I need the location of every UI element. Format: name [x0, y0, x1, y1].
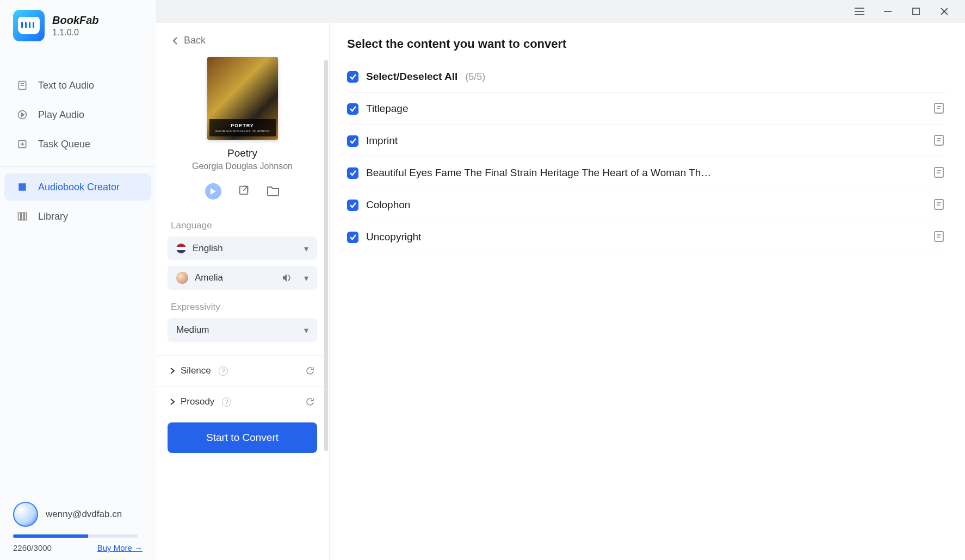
svg-line-20 [243, 186, 248, 191]
logo-block: BookFab 1.1.0.0 [0, 0, 156, 53]
cover-author: GEORGIA DOUGLAS JOHNSON [215, 129, 270, 133]
chapter-checkbox[interactable] [347, 135, 358, 147]
chapter-heading: Select the content you want to convert [347, 37, 945, 51]
buy-more-link[interactable]: Buy More → [97, 543, 143, 552]
silence-section[interactable]: Silence ? [156, 355, 329, 386]
chapter-checkbox[interactable] [347, 167, 358, 179]
check-icon [349, 105, 357, 112]
select-all-row: Select/Deselect All (5/5) [347, 64, 945, 93]
svg-rect-21 [935, 103, 943, 113]
book-icon [16, 181, 28, 193]
select-all-checkbox[interactable] [347, 71, 358, 83]
nav-text-to-audio[interactable]: Text to Audio [4, 72, 151, 99]
play-icon [210, 188, 216, 195]
chapter-preview-button[interactable] [933, 134, 945, 147]
external-link-icon [238, 184, 250, 196]
cover-title: POETRY [231, 123, 254, 128]
close-icon[interactable] [939, 6, 950, 17]
chapter-name: Uncopyright [366, 231, 926, 243]
scrollbar[interactable] [324, 60, 328, 451]
refresh-button[interactable] [305, 366, 315, 376]
chevron-right-icon [170, 368, 175, 374]
chapter-preview-button[interactable] [933, 166, 945, 179]
user-email: wenny@dvdfab.cn [46, 509, 122, 520]
minimize-icon[interactable] [882, 6, 893, 17]
expressivity-select[interactable]: Medium ▾ [168, 318, 317, 342]
nav-library[interactable]: Library [4, 203, 151, 230]
chapter-row: Beautiful Eyes Fame The Final Strain Her… [347, 157, 945, 189]
svg-rect-30 [935, 200, 943, 209]
chapter-name: Beautiful Eyes Fame The Final Strain Her… [366, 167, 926, 179]
back-button[interactable]: Back [156, 35, 329, 54]
nav-separator [0, 166, 156, 167]
nav-audiobook-creator[interactable]: Audiobook Creator [4, 173, 151, 201]
document-icon [933, 231, 944, 242]
select-all-count: (5/5) [465, 71, 485, 83]
chapter-row: Imprint [347, 125, 945, 157]
menu-icon[interactable] [854, 6, 865, 17]
check-icon [349, 170, 357, 176]
refresh-icon [305, 366, 315, 376]
chapter-row: Titlepage [347, 93, 945, 125]
credits-progress [13, 534, 138, 538]
book-actions [156, 183, 329, 200]
start-convert-button[interactable]: Start to Convert [168, 422, 317, 453]
nav-label: Text to Audio [38, 80, 94, 91]
expressivity-value: Medium [176, 325, 298, 335]
maximize-icon[interactable] [911, 6, 921, 17]
play-button[interactable] [205, 183, 221, 200]
document-icon [933, 102, 944, 114]
language-label: Language [156, 220, 329, 237]
nav-label: Audiobook Creator [38, 182, 120, 193]
app-logo-icon [13, 10, 45, 41]
language-select[interactable]: English ▾ [168, 237, 317, 260]
check-icon [349, 234, 357, 240]
nav-play-audio[interactable]: Play Audio [4, 101, 151, 128]
expressivity-label: Expressivity [156, 302, 329, 318]
export-button[interactable] [237, 183, 251, 197]
prosody-label: Prosody [181, 396, 214, 407]
play-circle-icon [16, 109, 28, 121]
svg-rect-8 [18, 213, 21, 220]
chapter-preview-button[interactable] [933, 198, 945, 211]
voice-avatar-icon [176, 272, 188, 284]
select-all-label: Select/Deselect All [366, 71, 457, 83]
voice-select[interactable]: Amelia ▾ [168, 266, 317, 290]
chevron-left-icon [172, 37, 178, 45]
help-icon[interactable]: ? [219, 366, 228, 376]
chevron-down-icon: ▾ [304, 244, 308, 254]
language-value: English [193, 243, 298, 254]
refresh-button[interactable] [305, 397, 315, 407]
book-title: Poetry [156, 147, 329, 159]
folder-button[interactable] [266, 183, 280, 197]
prosody-section[interactable]: Prosody ? [156, 386, 329, 417]
library-icon [16, 210, 28, 222]
book-author: Georgia Douglas Johnson [156, 161, 329, 171]
chapter-checkbox[interactable] [347, 103, 358, 115]
chapter-checkbox[interactable] [347, 232, 358, 243]
svg-marker-18 [211, 188, 216, 195]
avatar[interactable] [13, 502, 38, 527]
chapter-row: Uncopyright [347, 221, 945, 253]
user-row: wenny@dvdfab.cn [13, 502, 143, 527]
document-icon [933, 134, 944, 146]
chapter-checkbox[interactable] [347, 200, 358, 211]
chevron-right-icon [170, 399, 175, 405]
brand-name: BookFab [52, 14, 99, 27]
chapter-preview-button[interactable] [933, 102, 945, 115]
content: Back POETRY GEORGIA DOUGLAS JOHNSON Poet… [156, 23, 965, 560]
nav-label: Library [38, 211, 68, 222]
svg-marker-4 [21, 113, 24, 117]
document-icon [16, 79, 28, 91]
book-cover: POETRY GEORGIA DOUGLAS JOHNSON [207, 57, 278, 140]
svg-rect-27 [935, 167, 943, 177]
help-icon[interactable]: ? [222, 397, 231, 407]
speaker-icon[interactable] [282, 273, 292, 282]
svg-rect-33 [935, 232, 943, 241]
check-icon [349, 202, 357, 208]
chevron-down-icon: ▾ [304, 325, 308, 335]
nav-task-queue[interactable]: Task Queue [4, 130, 151, 158]
svg-rect-9 [21, 213, 23, 220]
chapter-preview-button[interactable] [933, 231, 945, 244]
chapter-list: TitlepageImprintBeautiful Eyes Fame The … [347, 93, 945, 253]
